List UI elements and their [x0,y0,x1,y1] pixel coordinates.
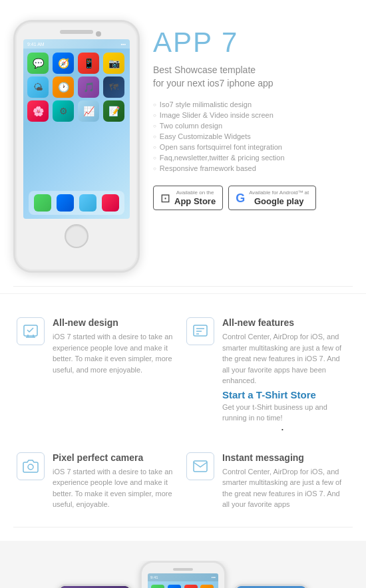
cs-icon-1 [151,585,164,589]
center-app-grid [148,581,218,589]
slider-phone-center: 9:41 ▪▪▪ [140,561,226,589]
app-icon-messages: 💬 [27,53,49,74]
divider-2 [13,527,353,527]
feature-3: Two column design [153,120,353,131]
slider-section: ❮ Today ☀ 📶 🔒 ☀ [0,541,366,589]
camera-content: Pixel perfect camera iOS 7 started with … [53,452,173,510]
messaging-content: Instant messaging Control Center, AirDro… [222,452,343,510]
messaging-title: Instant messaging [222,452,343,463]
feature-item-design: All-new design iOS 7 started with a desi… [13,307,183,442]
hero-subtitle: Best Showcase template for your next ios… [153,64,353,90]
dock-safari [57,194,74,212]
camera-desc: iOS 7 started with a desire to take an e… [53,466,173,510]
googleplay-label: Available for Android™ at Google play [249,190,309,206]
messaging-desc: Control Center, AirDrop for iOS, and sma… [222,466,343,510]
features-desc: Control Center, AirDrop for iOS, and sma… [222,331,343,386]
design-icon-box [17,317,45,345]
dock-music [102,194,119,212]
dock-phone [79,194,96,212]
phone-camera [96,31,101,37]
control-center-screen: Today ☀ 📶 🔒 ☀ ♪ [59,586,131,589]
center-screen: 9:41 ▪▪▪ [148,573,218,589]
svg-point-6 [28,464,33,470]
center-status-bar: 9:41 ▪▪▪ [148,573,218,581]
weather-screen: AT&T 100% London Partly Cloudy 62° Monda… [235,586,307,589]
divider-1 [13,286,353,287]
app-icon-camera: 📷 [103,53,124,74]
app-icon-stocks: 📈 [78,100,99,122]
carrier-label: 9:41 AM [27,42,45,47]
features-section: All-new design iOS 7 started with a desi… [0,293,366,527]
promo-link[interactable]: Start a T-Shirt Store [222,389,343,400]
center-time: 9:41 [150,575,158,579]
googleplay-name-text: Google play [249,196,309,207]
design-title: All-new design [53,317,173,328]
appstore-label: Available on the App Store [174,190,216,206]
cs-icon-3 [184,585,198,589]
feature-1: Iso7 style milimalistic design [153,99,353,110]
app-icon-safari: 🧭 [53,53,74,74]
dock-messages [34,194,51,212]
battery-icon: ▪▪▪ [121,42,126,47]
feature-5: Open sans fortsquirrel font integration [153,142,353,152]
cs-icon-4 [200,585,214,589]
googleplay-avail-text: Available for Android™ at [249,190,309,196]
slider-phone-right: AT&T 100% London Partly Cloudy 62° Monda… [233,584,309,589]
feature-item-camera: Pixel perfect camera iOS 7 started with … [13,442,183,520]
features-list: Iso7 style milimalistic design Image Sli… [153,99,353,174]
app-icon-maps: 🗺 [103,76,124,98]
feature-item-messaging: Instant messaging Control Center, AirDro… [183,442,353,520]
iphone-device: 9:41 AM ▪▪▪ 💬 🧭 📱 📷 🌤 🕐 🎵 🗺 🌸 ⚙ 📈 📝 [13,20,140,273]
appstore-name-text: App Store [174,196,216,207]
feature-7: Responsive framework based [153,163,353,174]
home-button [65,224,89,248]
feature-4: Easy Customizable Widgets [153,131,353,142]
center-battery: ▪▪▪ [212,575,216,579]
features-title: All-new features [222,317,343,328]
app-icon-phone: 📱 [78,53,99,74]
features-content: All-new features Control Center, AirDrop… [222,317,343,432]
status-bar: 9:41 AM ▪▪▪ [23,39,130,49]
camera-title: Pixel perfect camera [53,452,173,463]
slider-phone-left: Today ☀ 📶 🔒 ☀ ♪ [57,584,133,589]
messaging-icon-box [186,452,214,480]
store-buttons-group: ⊡ Available on the App Store G Available… [153,186,353,210]
feature-6: Faq,newsletter,twitter & pricing section [153,152,353,163]
app-icon-clock: 🕐 [53,76,74,98]
phone-slider: Today ☀ 📶 🔒 ☀ ♪ [27,561,339,589]
appstore-button[interactable]: ⊡ Available on the App Store [153,186,223,210]
phone-speaker [60,30,93,34]
design-desc: iOS 7 started with a desire to take an e… [53,331,173,375]
app-icon-photos: 🌸 [27,100,49,122]
app-grid: 💬 🧭 📱 📷 🌤 🕐 🎵 🗺 🌸 ⚙ 📈 📝 [23,49,130,126]
appstore-icon: ⊡ [160,192,170,204]
center-speaker [173,568,193,571]
appstore-avail-text: Available on the [174,190,216,196]
dock [29,191,124,215]
design-content: All-new design iOS 7 started with a desi… [53,317,173,432]
promo-sub: Get your t-Shirt business up and running… [222,402,343,424]
app-icon-notes: 📝 [103,100,124,122]
cs-icon-2 [168,585,181,589]
phone-screen: 9:41 AM ▪▪▪ 💬 🧭 📱 📷 🌤 🕐 🎵 🗺 🌸 ⚙ 📈 📝 [23,39,130,219]
control-center-content: Today ☀ 📶 🔒 ☀ ♪ [59,586,131,589]
feature-2: Image Slider & Video inside screen [153,110,353,120]
googleplay-button[interactable]: G Available for Android™ at Google play [228,186,316,210]
hero-section: 9:41 AM ▪▪▪ 💬 🧭 📱 📷 🌤 🕐 🎵 🗺 🌸 ⚙ 📈 📝 [0,0,366,286]
google-icon: G [236,192,245,204]
app-icon-settings: ⚙ [53,100,74,122]
camera-icon-box [17,452,45,480]
feature-item-features: All-new features Control Center, AirDrop… [183,307,353,442]
phone-mockup: 9:41 AM ▪▪▪ 💬 🧭 📱 📷 🌤 🕐 🎵 🗺 🌸 ⚙ 📈 📝 [13,20,140,273]
hero-text-area: APP 7 Best Showcase template for your ne… [153,20,353,210]
features-icon-box [186,317,214,345]
promo-dot: • [222,426,343,432]
svg-rect-2 [194,325,207,336]
app-icon-weather: 🌤 [27,76,49,98]
app-icon-music: 🎵 [78,76,99,98]
app-title: APP 7 [153,27,353,59]
